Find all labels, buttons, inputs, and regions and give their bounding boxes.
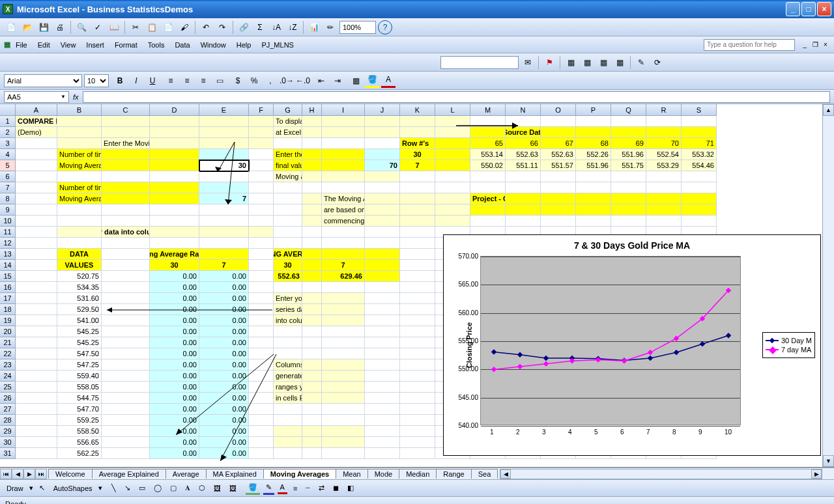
cell-H4[interactable] bbox=[302, 149, 322, 160]
cell-I11[interactable] bbox=[322, 227, 365, 238]
scroll-up-icon[interactable]: ▲ bbox=[823, 104, 834, 116]
cell-B30[interactable]: 556.65 bbox=[57, 437, 102, 448]
row-header-22[interactable]: 22 bbox=[0, 348, 16, 359]
cell-F2[interactable] bbox=[249, 127, 274, 138]
cell-G31[interactable] bbox=[274, 448, 302, 459]
draw-menu[interactable]: Draw bbox=[4, 483, 26, 494]
underline-button[interactable]: U bbox=[145, 74, 160, 88]
cell-F22[interactable] bbox=[249, 348, 274, 359]
cell-J24[interactable] bbox=[365, 371, 400, 382]
cell-J3[interactable] bbox=[365, 138, 400, 149]
cell-A2[interactable]: (Demo) bbox=[16, 127, 57, 138]
cell-G4[interactable]: Enter the Excel row number of the bbox=[274, 149, 302, 160]
cell-I1[interactable] bbox=[322, 116, 365, 127]
cell-D15[interactable]: 0.00 bbox=[150, 271, 199, 282]
cell-S8[interactable] bbox=[682, 193, 717, 204]
cell-B17[interactable]: 531.60 bbox=[57, 293, 102, 304]
cell-J14[interactable] bbox=[365, 260, 400, 271]
cell-E29[interactable]: 0.00 bbox=[199, 426, 249, 437]
menu-insert[interactable]: Insert bbox=[81, 39, 109, 51]
cell-C29[interactable] bbox=[102, 426, 150, 437]
cell-A27[interactable] bbox=[16, 404, 57, 415]
cell-D1[interactable] bbox=[150, 116, 199, 127]
line-style-icon[interactable]: ≡ bbox=[291, 483, 300, 494]
sheet-tab-welcome[interactable]: Welcome bbox=[48, 469, 93, 479]
row-header-19[interactable]: 19 bbox=[0, 315, 16, 326]
cell-L6[interactable] bbox=[435, 171, 470, 182]
cell-C11[interactable]: Do not enter data into columns D or E. bbox=[102, 227, 150, 238]
align-right-button[interactable]: ≡ bbox=[196, 74, 210, 88]
menu-edit[interactable]: Edit bbox=[33, 39, 55, 51]
cell-B18[interactable]: 529.50 bbox=[57, 304, 102, 315]
cell-A12[interactable] bbox=[16, 238, 57, 249]
row-header-7[interactable]: 7 bbox=[0, 182, 16, 193]
cell-S7[interactable] bbox=[682, 182, 717, 193]
minimize-button[interactable]: _ bbox=[786, 2, 800, 16]
sheet-tab-range[interactable]: Range bbox=[436, 469, 471, 479]
cell-A15[interactable] bbox=[16, 271, 57, 282]
cell-S6[interactable] bbox=[682, 171, 717, 182]
cell-L7[interactable] bbox=[435, 182, 470, 193]
tab-first-icon[interactable]: ⏮ bbox=[0, 469, 12, 479]
arrow-icon[interactable]: ↘ bbox=[122, 483, 133, 494]
cell-B6[interactable] bbox=[57, 171, 102, 182]
cell-Q9[interactable] bbox=[611, 204, 646, 216]
cell-O4[interactable]: 552.63 bbox=[541, 149, 576, 160]
percent-button[interactable]: % bbox=[247, 74, 261, 88]
cell-K5[interactable]: 7 bbox=[400, 160, 435, 171]
col-header-P[interactable]: P bbox=[576, 104, 611, 116]
cell-G20[interactable] bbox=[274, 326, 302, 337]
cell-O10[interactable] bbox=[541, 216, 576, 227]
cell-H8[interactable] bbox=[302, 193, 322, 204]
cell-G19[interactable]: into column B. bbox=[274, 315, 302, 326]
cell-K18[interactable] bbox=[400, 304, 435, 315]
cell-K17[interactable] bbox=[400, 293, 435, 304]
cell-M10[interactable] bbox=[470, 216, 506, 227]
cell-B13[interactable]: DATA bbox=[57, 249, 102, 260]
cell-E31[interactable]: 0.00 bbox=[199, 448, 249, 459]
cell-A9[interactable] bbox=[16, 204, 57, 216]
cell-G2[interactable]: at Excel row #, change the row number to… bbox=[274, 127, 302, 138]
cell-E27[interactable]: 0.00 bbox=[199, 404, 249, 415]
cell-J15[interactable] bbox=[365, 271, 400, 282]
cell-A8[interactable] bbox=[16, 193, 57, 204]
row-header-21[interactable]: 21 bbox=[0, 337, 16, 348]
cell-N3[interactable]: 66 bbox=[506, 138, 541, 149]
menu-view[interactable]: View bbox=[55, 39, 81, 51]
cell-D27[interactable]: 0.00 bbox=[150, 404, 199, 415]
font-select[interactable]: Arial bbox=[4, 74, 82, 87]
app-icon[interactable]: ▦ bbox=[4, 40, 10, 49]
cell-H23[interactable] bbox=[302, 359, 322, 371]
row-header-10[interactable]: 10 bbox=[0, 216, 16, 227]
cell-A21[interactable] bbox=[16, 337, 57, 348]
cell-E9[interactable] bbox=[199, 204, 249, 216]
cell-O5[interactable]: 551.57 bbox=[541, 160, 576, 171]
aux-icon-6[interactable]: ✎ bbox=[634, 55, 648, 70]
cell-G28[interactable] bbox=[274, 415, 302, 426]
cell-D8[interactable] bbox=[150, 193, 199, 204]
sheet-tab-moving-averages[interactable]: Moving Averages bbox=[263, 469, 336, 479]
cell-S9[interactable] bbox=[682, 204, 717, 216]
col-header-J[interactable]: J bbox=[365, 104, 400, 116]
cell-C30[interactable] bbox=[102, 437, 150, 448]
cell-C23[interactable] bbox=[102, 359, 150, 371]
cell-J8[interactable] bbox=[365, 193, 400, 204]
diagram-icon[interactable]: ⬡ bbox=[196, 483, 208, 494]
cell-O8[interactable] bbox=[541, 193, 576, 204]
cell-F5[interactable] bbox=[249, 160, 274, 171]
cell-B29[interactable]: 558.50 bbox=[57, 426, 102, 437]
cell-B2[interactable] bbox=[57, 127, 102, 138]
cell-B20[interactable]: 545.25 bbox=[57, 326, 102, 337]
cell-J28[interactable] bbox=[365, 415, 400, 426]
doc-restore-button[interactable]: ❐ bbox=[811, 40, 820, 49]
cell-M5[interactable]: 550.02 bbox=[470, 160, 506, 171]
cell-M6[interactable] bbox=[470, 171, 506, 182]
paste-icon[interactable]: 📄 bbox=[161, 20, 175, 35]
cell-L4[interactable] bbox=[435, 149, 470, 160]
cell-E21[interactable]: 0.00 bbox=[199, 337, 249, 348]
cell-I29[interactable] bbox=[322, 426, 365, 437]
cell-B4[interactable]: Number of time intervals for bbox=[57, 149, 102, 160]
aux-icon-flag[interactable]: ⚑ bbox=[542, 55, 556, 70]
cell-E8[interactable]: 7 bbox=[199, 193, 249, 204]
cell-E30[interactable]: 0.00 bbox=[199, 437, 249, 448]
